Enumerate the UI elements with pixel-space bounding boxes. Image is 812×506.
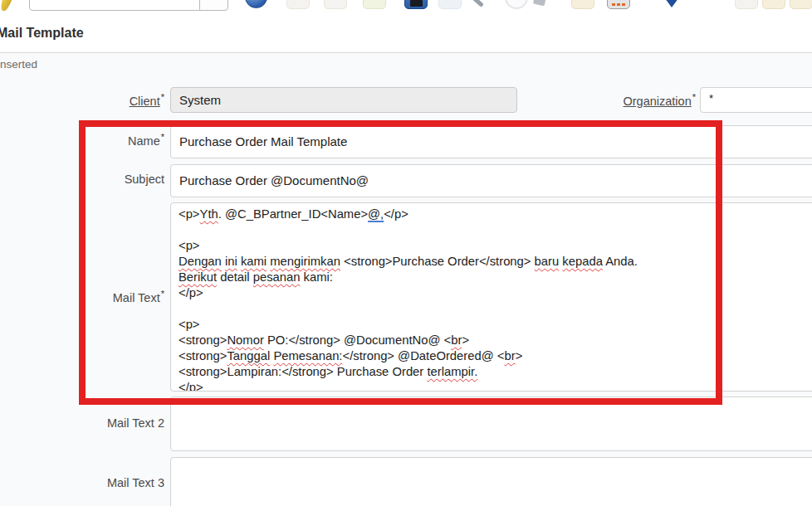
mail-text3-value: [171, 458, 812, 465]
mail-text3-label: Mail Text 3: [40, 476, 164, 489]
mail-text2-label: Mail Text 2: [40, 416, 164, 430]
toolbar-faded-icon-1[interactable]: [286, 0, 310, 9]
blue-save-icon[interactable]: [404, 0, 428, 9]
organization-field[interactable]: *: [700, 87, 812, 113]
yellow-pencil-icon[interactable]: [0, 0, 17, 12]
beige-report-icon[interactable]: [571, 0, 594, 9]
name-label: Name*: [40, 132, 164, 148]
subject-value: Purchase Order @DocumentNo@: [171, 165, 812, 196]
circle-outline-icon[interactable]: [505, 0, 528, 9]
mail-text-label: Mail Text*: [40, 289, 164, 304]
subject-field[interactable]: Purchase Order @DocumentNo@: [170, 164, 812, 197]
client-value: System: [171, 88, 516, 112]
toolbar-faded-icon-2[interactable]: [324, 0, 347, 9]
toolbar-faded-icon-3[interactable]: [735, 0, 758, 9]
required-marker: *: [692, 92, 696, 102]
envelope-icon[interactable]: [363, 0, 386, 9]
name-field[interactable]: Purchase Order Mail Template: [170, 125, 812, 158]
beige-icon-3[interactable]: [790, 0, 812, 9]
mail-text2-value: [171, 397, 812, 404]
mail-text-field[interactable]: <p>Yth. @C_BPartner_ID<Name>@,</p> <p>De…: [170, 202, 812, 392]
status-text: nserted: [0, 58, 37, 71]
mail-text2-field[interactable]: [170, 397, 812, 451]
page-title: Mail Template: [0, 26, 84, 41]
required-marker: *: [161, 132, 164, 142]
blue-help-icon[interactable]: [245, 0, 267, 8]
client-field[interactable]: System: [170, 87, 517, 113]
organization-value: *: [701, 88, 812, 109]
required-marker: *: [161, 289, 164, 299]
name-value: Purchase Order Mail Template: [171, 126, 812, 157]
content-area: nserted Client* System Organization* * N…: [0, 52, 812, 506]
subject-label: Subject: [40, 173, 164, 186]
required-marker: *: [161, 92, 164, 102]
client-label[interactable]: Client*: [40, 92, 164, 108]
chat-bubble-icon[interactable]: [438, 0, 462, 9]
toolbar: [0, 0, 812, 12]
lookup-dropdown-button[interactable]: [199, 0, 228, 11]
beige-icon-2[interactable]: [762, 0, 785, 9]
record-lookup-input[interactable]: [29, 0, 200, 11]
gray-tool-icon[interactable]: [533, 0, 546, 6]
grid-orange-icon[interactable]: [607, 0, 630, 9]
magnifier-icon[interactable]: [470, 0, 484, 7]
organization-label[interactable]: Organization*: [571, 92, 696, 108]
mail-text-area: <p>Yth. @C_BPartner_ID<Name>@,</p> <p>De…: [171, 203, 812, 392]
blue-arrow-down-icon[interactable]: [663, 0, 681, 7]
mail-text3-field[interactable]: [170, 457, 812, 506]
